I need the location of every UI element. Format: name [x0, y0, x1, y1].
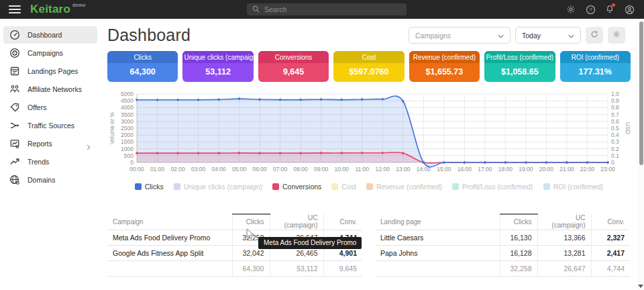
campaigns-filter-select[interactable]: Campaigns	[409, 27, 511, 44]
svg-text:0.2: 0.2	[611, 146, 619, 152]
gear-icon[interactable]	[566, 4, 576, 15]
scroll-down-arrow[interactable]	[638, 285, 643, 288]
search-input[interactable]	[264, 5, 385, 13]
summary-tables: CampaignClicksUC (campaign)Conv.Meta Ads…	[107, 213, 631, 277]
totals-row: 32,25826,6474,744	[375, 260, 630, 276]
brand-name: Keitaro	[30, 3, 70, 15]
column-header-uc-campaign-[interactable]: UC (campaign)	[270, 214, 323, 230]
main-header: Dashboard Campaigns Today	[107, 26, 625, 45]
svg-text:1000: 1000	[121, 146, 133, 152]
column-header-conv-[interactable]: Conv.	[323, 214, 362, 230]
sidebar-item-offers[interactable]: Offers	[3, 99, 97, 116]
row-value-cell: 13,281	[537, 245, 591, 260]
legend-swatch	[272, 183, 279, 190]
svg-text:?: ?	[589, 7, 592, 13]
scrollbar-thumb[interactable]	[639, 21, 643, 165]
table-row[interactable]: Papa Johns16,12813,2812,417	[375, 245, 630, 260]
svg-text:07:00: 07:00	[273, 166, 288, 173]
help-icon[interactable]: ?	[585, 4, 596, 15]
brand-suffix: demo	[72, 3, 85, 7]
legend-item-clicks[interactable]: Clicks	[135, 183, 164, 191]
stat-card-cost: Cost$597.0760	[333, 51, 404, 82]
stat-card-value: 53,112	[182, 63, 253, 82]
totals-value-cell: 53,112	[270, 260, 323, 276]
global-search[interactable]	[247, 3, 407, 15]
legend-item-conversions[interactable]: Conversions	[272, 183, 321, 191]
legend-label: Conversions	[282, 183, 321, 191]
legend-label: ROI (confirmed)	[553, 183, 604, 191]
column-header-uc-campaign-[interactable]: UC (campaign)	[537, 214, 591, 230]
sidebar-item-dashboard[interactable]: Dashboard	[3, 26, 97, 44]
legend-item-roi[interactable]: ROI (confirmed)	[543, 183, 604, 191]
sidebar-item-reports[interactable]: Reports	[3, 135, 97, 152]
stat-card-value: 177.31%	[560, 63, 631, 82]
totals-value-cell: 26,647	[537, 260, 591, 276]
keitaro-dashboard-page: Keitarodemo ? DashboardCampaignsLandings	[0, 0, 644, 290]
column-header-clicks[interactable]: Clicks	[500, 214, 537, 230]
stat-card-profit/loss: Profit/Loss (confirmed)$1,058.65	[484, 51, 555, 82]
legend-label: Revenue (confirmed)	[376, 183, 442, 191]
table-header-row: CampaignClicksUC (campaign)Conv.	[107, 214, 362, 230]
sidebar-item-campaigns[interactable]: Campaigns	[3, 44, 97, 62]
traffic-chart: 005000.110000.215000.320000.425000.53000…	[107, 90, 631, 177]
dashboard-settings-button[interactable]	[608, 27, 625, 44]
svg-text:Volume or %: Volume or %	[109, 111, 115, 144]
column-header-clicks[interactable]: Clicks	[232, 214, 270, 230]
sidebar-item-label: Campaigns	[28, 49, 63, 57]
svg-text:0.9: 0.9	[611, 97, 619, 104]
legend-item-revenue[interactable]: Revenue (confirmed)	[366, 183, 442, 191]
campaigns-filter-value: Campaigns	[415, 32, 451, 40]
stat-card-label: Cost	[333, 51, 404, 63]
svg-text:16:00: 16:00	[458, 166, 472, 173]
row-name-cell[interactable]: Papa Johns	[375, 245, 500, 260]
date-range-select[interactable]: Today	[515, 27, 581, 44]
refresh-button[interactable]	[586, 27, 603, 44]
sidebar-item-affiliate-networks[interactable]: Affiliate Networks	[3, 81, 97, 98]
svg-text:0.1: 0.1	[611, 152, 619, 159]
notification-dot	[612, 3, 615, 7]
column-header-landing-page[interactable]: Landing page	[375, 214, 500, 230]
trend-icon	[9, 156, 20, 167]
row-value-cell: 13,366	[537, 230, 591, 245]
menu-toggle-icon[interactable]	[9, 5, 21, 13]
gauge-icon	[9, 30, 20, 40]
legend-item-unique[interactable]: Unique clicks (campaign)	[174, 183, 262, 191]
sidebar-item-traffic-sources[interactable]: Traffic Sources	[3, 117, 97, 134]
table-row[interactable]: Little Caesars16,13013,3662,327	[375, 230, 630, 245]
sidebar-item-trends[interactable]: Trends	[3, 153, 97, 171]
row-name-cell[interactable]: Google Ads Fitness App Split	[107, 245, 232, 260]
sidebar-item-domains[interactable]: Domains	[3, 171, 97, 189]
header-controls: Campaigns Today	[409, 27, 625, 44]
sidebar-item-landings-pages[interactable]: Landings Pages	[3, 62, 97, 80]
column-header-conv-[interactable]: Conv.	[591, 214, 630, 230]
brand-logo[interactable]: Keitarodemo	[30, 3, 85, 16]
sidebar-item-label: Offers	[28, 103, 46, 111]
main-content: Dashboard Campaigns Today Clicks64,300Un	[101, 19, 637, 290]
column-header-campaign[interactable]: Campaign	[107, 214, 232, 230]
svg-text:12:00: 12:00	[376, 166, 390, 173]
search-icon	[252, 3, 260, 15]
svg-text:19:00: 19:00	[519, 166, 533, 173]
landings-table: Landing pageClicksUC (campaign)Conv.Litt…	[375, 213, 630, 277]
row-name-cell[interactable]: Meta Ads Food Delivery Promo	[107, 230, 232, 245]
svg-text:23:00: 23:00	[600, 166, 615, 173]
legend-item-profit/loss[interactable]: Profit/Loss (confirmed)	[452, 183, 533, 191]
svg-text:0: 0	[130, 159, 133, 166]
scrollbar-track	[637, 19, 644, 290]
row-value-cell: 2,327	[591, 230, 630, 245]
date-range-value: Today	[522, 32, 541, 40]
svg-text:3000: 3000	[121, 118, 133, 125]
sidebar-item-label: Reports	[28, 140, 52, 148]
stat-card-clicks: Clicks64,300	[107, 51, 178, 82]
account-icon[interactable]	[624, 4, 635, 15]
row-name-cell[interactable]: Little Caesars	[375, 230, 500, 245]
svg-text:USD: USD	[625, 122, 631, 134]
bell-icon[interactable]	[604, 4, 615, 15]
stat-card-roi: ROI (confirmed)177.31%	[560, 51, 631, 82]
legend-item-cost[interactable]: Cost	[331, 183, 356, 191]
svg-text:05:00: 05:00	[232, 166, 247, 173]
legend-swatch	[543, 183, 550, 190]
svg-text:18:00: 18:00	[498, 166, 513, 173]
svg-text:22:00: 22:00	[580, 166, 595, 173]
legend-swatch	[174, 183, 180, 190]
